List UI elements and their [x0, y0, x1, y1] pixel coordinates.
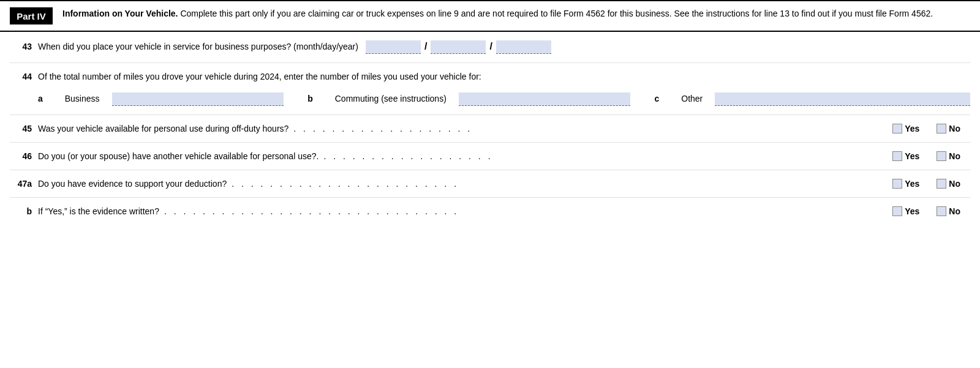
miles-a-text: Business [65, 94, 100, 103]
line-47a-text: Do you have evidence to support your ded… [38, 179, 227, 189]
line-47b-yes-label: Yes [905, 206, 919, 216]
miles-b-label: b [307, 94, 313, 103]
line-46-yes-label: Yes [905, 151, 919, 161]
line-47a-content: Do you have evidence to support your ded… [38, 179, 970, 189]
line-47b-text: If “Yes,” is the evidence written? [38, 206, 159, 216]
line-46-yes-group: Yes [892, 151, 929, 161]
part-title: Information on Your Vehicle. [62, 9, 178, 18]
line-47a-no-checkbox[interactable] [937, 179, 946, 189]
miles-b-input[interactable] [459, 92, 630, 106]
line-43-num: 43 [10, 42, 32, 51]
line-45-dots: . . . . . . . . . . . . . . . . . . . [293, 124, 880, 133]
line-47a-yes-checkbox[interactable] [892, 179, 902, 189]
line-45-no-checkbox[interactable] [937, 124, 946, 133]
miles-c-text: Other [681, 94, 703, 103]
line-46-no-label: No [949, 151, 960, 161]
miles-c-input[interactable] [715, 92, 970, 106]
line-46-yes-checkbox[interactable] [892, 151, 902, 161]
line-47b-row: b If “Yes,” is the evidence written? . .… [10, 198, 970, 225]
line-45-content: Was your vehicle available for personal … [38, 124, 970, 133]
line-44-row: 44 Of the total number of miles you drov… [10, 63, 970, 115]
date-sep-2: / [489, 41, 492, 52]
line-47b-dots: . . . . . . . . . . . . . . . . . . . . … [164, 206, 880, 216]
date-field-group: / / [366, 40, 551, 54]
line-47a-row: 47a Do you have evidence to support your… [10, 170, 970, 198]
line-45-text: Was your vehicle available for personal … [38, 124, 288, 133]
line-45-row: 45 Was your vehicle available for person… [10, 115, 970, 143]
miles-a-label: a [38, 94, 43, 103]
line-47a-yes-group: Yes [892, 179, 929, 189]
date-month-input[interactable] [366, 40, 421, 54]
part-label: Part IV [10, 7, 53, 24]
line-45-yes-group: Yes [892, 124, 929, 133]
miles-a-input[interactable] [112, 92, 284, 106]
part-header-text: Information on Your Vehicle. Complete th… [62, 7, 933, 20]
line-45-yes-label: Yes [905, 124, 919, 133]
line-46-num: 46 [10, 151, 32, 161]
line-46-text: Do you (or your spouse) have another veh… [38, 151, 318, 161]
line-46-content: Do you (or your spouse) have another veh… [38, 151, 970, 161]
line-47b-no-group: No [937, 206, 970, 216]
line-46-no-checkbox[interactable] [937, 151, 946, 161]
line-46-row: 46 Do you (or your spouse) have another … [10, 143, 970, 170]
line-45-num: 45 [10, 124, 32, 133]
line-47b-no-checkbox[interactable] [937, 206, 946, 216]
line-46-dots: . . . . . . . . . . . . . . . . . . [323, 151, 880, 161]
date-year-input[interactable] [496, 40, 551, 54]
form-section: 43 When did you place your vehicle in se… [0, 32, 980, 225]
line-43-content: When did you place your vehicle in servi… [38, 40, 970, 54]
line-47b-yes-checkbox[interactable] [892, 206, 902, 216]
part-header: Part IV Information on Your Vehicle. Com… [0, 0, 980, 32]
line-46-no-group: No [937, 151, 970, 161]
line-47b-content: If “Yes,” is the evidence written? . . .… [38, 206, 970, 216]
line-47a-no-label: No [949, 179, 960, 189]
line-47a-no-group: No [937, 179, 970, 189]
line-47a-num: 47a [10, 179, 32, 189]
line-45-no-group: No [937, 124, 970, 133]
line-45-no-label: No [949, 124, 960, 133]
line-43-text: When did you place your vehicle in servi… [38, 42, 358, 51]
line-44-text: Of the total number of miles you drove y… [38, 72, 481, 81]
miles-row: a Business b Commuting (see instructions… [10, 92, 970, 106]
line-45-yes-checkbox[interactable] [892, 124, 902, 133]
line-43-row: 43 When did you place your vehicle in se… [10, 32, 970, 63]
date-sep-1: / [424, 41, 427, 52]
page: Part IV Information on Your Vehicle. Com… [0, 0, 980, 225]
line-47b-no-label: No [949, 206, 960, 216]
line-47a-yes-label: Yes [905, 179, 919, 189]
line-44-num: 44 [10, 72, 32, 81]
miles-b-text: Commuting (see instructions) [335, 94, 447, 103]
line-47b-num: b [10, 206, 32, 216]
line-47a-dots: . . . . . . . . . . . . . . . . . . . . … [232, 179, 880, 189]
part-description: Complete this part only if you are claim… [180, 9, 933, 18]
date-day-input[interactable] [431, 40, 486, 54]
line-47b-yes-group: Yes [892, 206, 929, 216]
miles-c-label: c [655, 94, 660, 103]
